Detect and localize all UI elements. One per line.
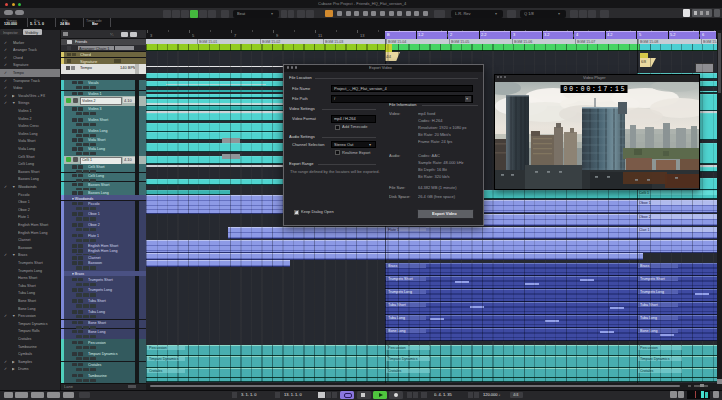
svg-text:00:00:17:15: 00:00:17:15 [563,86,624,93]
